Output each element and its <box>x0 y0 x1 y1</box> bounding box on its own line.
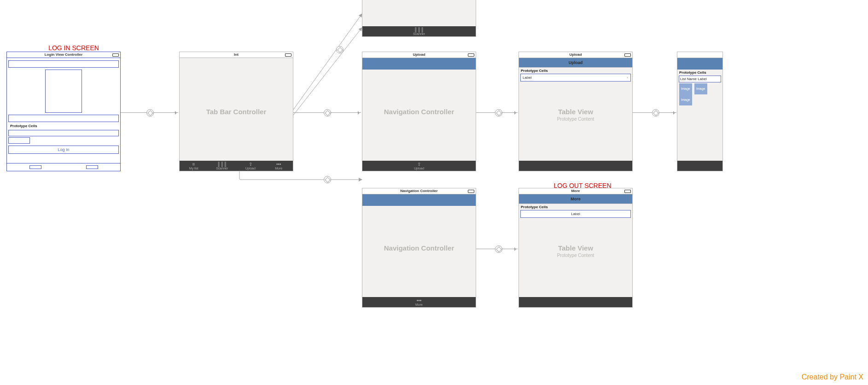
image-chip[interactable]: Image <box>694 83 707 94</box>
controller-label: Table View Prototype Content <box>519 244 632 258</box>
battery-icon <box>624 190 631 193</box>
cell-label: Label <box>523 76 532 80</box>
segue-icon[interactable] <box>324 176 331 183</box>
prototype-cells-label: Prototype Cells <box>519 68 632 74</box>
screen-table-more[interactable]: More More Prototype Cells Label Table Vi… <box>518 188 633 308</box>
footer-slot <box>29 165 41 169</box>
more-icon: ••• <box>362 298 476 303</box>
segue-icon[interactable] <box>495 245 502 253</box>
prototype-cell[interactable]: List Name Label <box>679 76 721 82</box>
image-chip[interactable]: Image <box>679 83 692 94</box>
prototype-cell[interactable]: Label <box>520 210 631 218</box>
title-bar <box>677 52 722 58</box>
nav-bar-blue <box>362 58 476 70</box>
segue-icon[interactable] <box>324 109 331 117</box>
title-bar: Upload <box>519 52 632 58</box>
prototype-cells-label: Prototype Cells <box>8 123 119 129</box>
tab-bar <box>677 161 722 171</box>
tab-mylist[interactable]: ≡My list <box>180 162 208 170</box>
screen-nav-more[interactable]: Navigation Controller Navigation Control… <box>362 188 476 308</box>
tab-bar: ≡My list ║║║Scanner ⇪Upload •••More <box>180 161 293 171</box>
segue-icon[interactable] <box>146 109 154 117</box>
upload-icon: ⇪ <box>236 162 265 167</box>
barcode-icon: ║║║ <box>208 162 237 167</box>
screen-collection-fragment[interactable]: Prototype Cells List Name Label Image Im… <box>677 52 723 171</box>
segue-icon[interactable] <box>652 109 659 117</box>
login-footer <box>7 163 120 171</box>
nav-bar-blue <box>677 58 722 70</box>
tab-bar <box>519 297 632 307</box>
chevron-right-icon: › <box>627 76 628 80</box>
tab-bar: ║║║Scanner <box>362 26 476 36</box>
screen-nav-upload[interactable]: Upload Navigation Controller ⇪Upload <box>362 52 476 171</box>
screen-scanner-fragment[interactable]: ║║║Scanner <box>362 0 476 37</box>
login-image-placeholder <box>45 70 82 113</box>
upload-icon: ⇪ <box>362 162 476 167</box>
prototype-cell[interactable] <box>8 130 119 136</box>
footer-slot <box>86 165 98 169</box>
cell-label: Label <box>571 212 580 216</box>
title-bar: Login View Controller <box>7 52 120 58</box>
login-small-field[interactable] <box>8 137 30 144</box>
tab-bar <box>519 161 632 171</box>
tab-bar: •••More <box>362 297 476 307</box>
battery-icon <box>468 190 474 193</box>
prototype-cell[interactable]: Label › <box>520 74 631 82</box>
svg-line-0 <box>293 14 362 110</box>
controller-label: Navigation Controller <box>362 108 476 116</box>
segue-icon[interactable] <box>336 46 344 53</box>
more-icon: ••• <box>265 162 293 167</box>
nav-bar-blue <box>362 194 476 206</box>
screen-login[interactable]: Login View Controller Prototype Cells Lo… <box>6 52 121 171</box>
watermark: Created by Paint X <box>802 373 863 381</box>
cell-label: List Name Label <box>680 77 707 81</box>
svg-line-1 <box>293 28 362 115</box>
tab-more[interactable]: •••More <box>265 162 293 170</box>
storyboard-canvas[interactable]: LOG IN SCREEN LOG OUT SCREEN Created by … <box>0 0 868 385</box>
tab-scanner[interactable]: ║║║Scanner <box>208 162 237 170</box>
list-icon: ≡ <box>180 162 208 167</box>
tab-bar: ⇪Upload <box>362 161 476 171</box>
segue-icon[interactable] <box>495 109 502 117</box>
tab-upload[interactable]: ⇪Upload <box>236 162 265 170</box>
screen-table-upload[interactable]: Upload Upload Prototype Cells Label › Ta… <box>518 52 633 171</box>
title-bar: More <box>519 188 632 194</box>
screen-tabbar[interactable]: Int Tab Bar Controller ≡My list ║║║Scann… <box>179 52 293 171</box>
title-bar: Navigation Controller <box>362 188 476 194</box>
title-bar: Int <box>180 52 293 58</box>
tab-upload[interactable]: ⇪Upload <box>362 162 476 170</box>
controller-label: Tab Bar Controller <box>180 108 293 116</box>
battery-icon <box>468 53 474 57</box>
battery-icon <box>112 53 119 57</box>
barcode-icon: ║║║ <box>362 28 476 32</box>
image-chip[interactable]: Image <box>679 94 692 105</box>
title-bar: Upload <box>362 52 476 58</box>
prototype-cells-label: Prototype Cells <box>677 70 722 76</box>
tab-more[interactable]: •••More <box>362 298 476 306</box>
prototype-cells-label: Prototype Cells <box>519 204 632 210</box>
login-field[interactable] <box>8 115 119 122</box>
controller-label: Table View Prototype Content <box>519 108 632 122</box>
nav-bar: More <box>519 194 632 204</box>
annotation-login: LOG IN SCREEN <box>37 44 111 52</box>
nav-bar: Upload <box>519 58 632 68</box>
login-field[interactable] <box>8 60 119 68</box>
tab-scanner[interactable]: ║║║Scanner <box>362 28 476 35</box>
login-button[interactable]: Log In <box>8 146 119 154</box>
controller-label: Navigation Controller <box>362 244 476 252</box>
battery-icon <box>624 53 631 57</box>
battery-icon <box>285 53 291 57</box>
